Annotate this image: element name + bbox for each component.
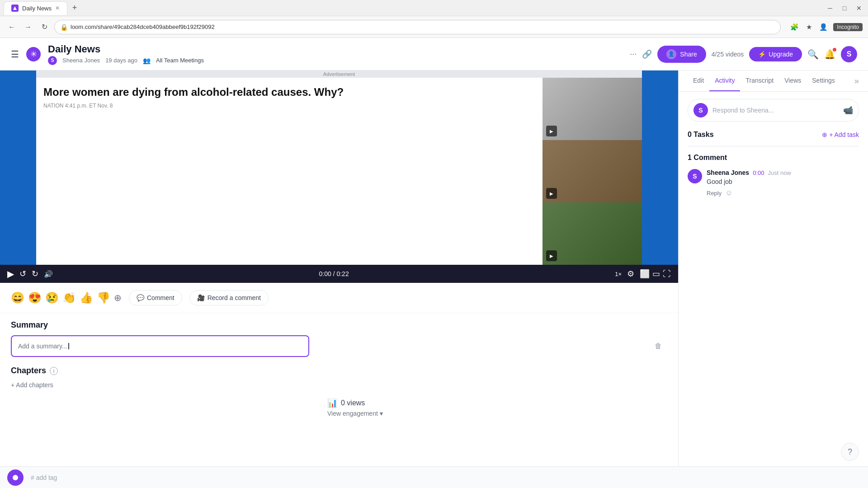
- settings-button[interactable]: ⚙: [627, 269, 634, 279]
- emoji-sad-button[interactable]: 😢: [45, 291, 59, 304]
- chapters-title: Chapters i: [11, 366, 667, 375]
- summary-input-field[interactable]: Add a summary...: [11, 335, 309, 357]
- logo-icon: ✳: [30, 49, 37, 59]
- reply-button[interactable]: Reply: [707, 190, 722, 197]
- address-bar[interactable]: 🔒 loom.com/share/49cab284dceb409abbeef9b…: [54, 20, 781, 34]
- menu-button[interactable]: ☰: [11, 49, 19, 60]
- tab-favicon: [11, 5, 19, 12]
- news-thumbnails: ▶ ▶ ▶: [542, 78, 642, 265]
- tab-views[interactable]: Views: [779, 70, 807, 91]
- add-tag-button[interactable]: # add tag: [31, 474, 57, 481]
- chapters-info-icon[interactable]: i: [50, 367, 58, 375]
- expand-panel-button[interactable]: »: [854, 70, 859, 91]
- comment-input-avatar: S: [693, 103, 708, 117]
- below-video: Summary Add a summary... 🗑 Chapters: [0, 313, 678, 424]
- commenter-name: Sheena Jones: [707, 169, 749, 176]
- video-count: 4/25 videos: [712, 51, 744, 58]
- back-button[interactable]: ←: [5, 21, 18, 33]
- share-button[interactable]: 👤 Share: [657, 46, 706, 63]
- views-section-inline: 📊 0 views View engagement ▾: [11, 398, 667, 417]
- thumbnail-3: ▶: [542, 202, 642, 265]
- divider: [688, 146, 859, 146]
- search-button[interactable]: 🔍: [807, 49, 819, 60]
- header-title-area: Daily News S Sheena Jones 19 days ago 👥 …: [48, 43, 623, 65]
- time-ago: 19 days ago: [105, 57, 137, 64]
- record-comment-button[interactable]: 🎥 Record a comment: [189, 290, 269, 305]
- active-tab[interactable]: Daily News ✕: [4, 1, 67, 15]
- tab-close-button[interactable]: ✕: [55, 5, 60, 11]
- incognito-badge: Incognito: [833, 23, 863, 31]
- emoji-love-button[interactable]: 😍: [28, 291, 42, 304]
- mini-player-button[interactable]: ⬜: [640, 269, 650, 279]
- window-maximize-button[interactable]: □: [839, 3, 850, 14]
- tab-edit[interactable]: Edit: [688, 70, 709, 91]
- help-button[interactable]: ?: [841, 443, 859, 461]
- tab-transcript[interactable]: Transcript: [740, 70, 779, 91]
- comments-label: 1 Comment: [688, 154, 859, 162]
- video-container: Advertisement More women are dying from …: [0, 70, 678, 283]
- notification-dot: [833, 48, 836, 52]
- forward-button[interactable]: ↻: [32, 269, 38, 279]
- header-actions: ··· 🔗 👤 Share 4/25 videos ⚡ Upgrade 🔍 🔔 …: [630, 46, 857, 63]
- view-engagement-button[interactable]: View engagement ▾: [327, 410, 383, 417]
- tab-activity[interactable]: Activity: [709, 70, 740, 91]
- video-comment-button[interactable]: 📹: [843, 105, 853, 115]
- add-chapters-button[interactable]: + Add chapters: [11, 381, 53, 389]
- news-content: More women are dying from alcohol-relate…: [36, 78, 642, 265]
- video-controls: ▶ ↺ ↻ 🔊 0:00 / 0:22 1× ⚙ ⬜ ▭: [0, 265, 678, 283]
- text-cursor: [68, 343, 69, 349]
- new-tab-button[interactable]: +: [69, 3, 80, 14]
- speed-button[interactable]: 1×: [615, 271, 622, 277]
- share-avatar-icon: 👤: [666, 49, 676, 59]
- team-link[interactable]: All Team Meetings: [156, 57, 204, 64]
- add-emoji-button[interactable]: ⊕: [114, 292, 122, 303]
- comment-input-placeholder: Respond to Sheena...: [712, 107, 839, 114]
- forward-button[interactable]: →: [22, 21, 34, 33]
- svg-marker-0: [13, 6, 17, 10]
- thumbnail-2: ▶: [542, 140, 642, 202]
- chevron-down-icon: ▾: [380, 410, 383, 417]
- video-center-content: Advertisement More women are dying from …: [36, 70, 642, 265]
- left-ad-banner: [0, 70, 36, 265]
- emoji-thumbsdown-button[interactable]: 👎: [97, 291, 110, 304]
- volume-button[interactable]: 🔊: [44, 270, 53, 278]
- emoji-clap-button[interactable]: 👏: [62, 291, 76, 304]
- comment-button[interactable]: 💬 Comment: [129, 290, 182, 305]
- upgrade-button[interactable]: ⚡ Upgrade: [749, 47, 802, 61]
- theater-button[interactable]: ▭: [652, 269, 660, 279]
- summary-delete-button[interactable]: 🗑: [655, 342, 662, 350]
- play-button[interactable]: ▶: [7, 268, 14, 279]
- notifications-button[interactable]: 🔔: [824, 49, 835, 60]
- plus-icon: ⊕: [822, 131, 827, 138]
- bookmark-icon[interactable]: ★: [802, 21, 815, 33]
- rewind-button[interactable]: ↺: [19, 269, 26, 279]
- tab-settings[interactable]: Settings: [807, 70, 840, 91]
- fullscreen-button[interactable]: ⛶: [663, 269, 671, 279]
- author-name: Sheena Jones: [62, 57, 100, 64]
- reply-row: Reply ☺: [707, 189, 859, 197]
- user-avatar[interactable]: S: [841, 46, 857, 62]
- tag-bar: # add tag: [0, 466, 868, 488]
- tab-title: Daily News: [22, 5, 52, 12]
- reload-button[interactable]: ↻: [38, 21, 51, 33]
- profile-icon[interactable]: 👤: [817, 21, 830, 33]
- window-minimize-button[interactable]: ─: [825, 3, 835, 14]
- views-section: 📊 0 views View engagement ▾: [327, 398, 383, 417]
- loom-record-button[interactable]: [7, 469, 24, 486]
- window-close-button[interactable]: ✕: [854, 3, 864, 14]
- reply-react-icon[interactable]: ☺: [725, 189, 732, 197]
- team-icon: 👥: [143, 57, 151, 64]
- tasks-label: 0 Tasks: [688, 131, 714, 139]
- link-copy-button[interactable]: 🔗: [642, 49, 652, 59]
- comment-time-link[interactable]: 0:00: [753, 169, 764, 176]
- add-task-button[interactable]: ⊕ + Add task: [822, 131, 859, 138]
- comment-input-row[interactable]: S Respond to Sheena... 📹: [688, 99, 859, 122]
- comment-body: Sheena Jones 0:00 Just now Good job Repl…: [707, 169, 859, 197]
- comment-time-ago: Just now: [768, 169, 791, 176]
- more-options-button[interactable]: ···: [630, 49, 637, 59]
- emoji-thumbsup-button[interactable]: 👍: [80, 291, 93, 304]
- summary-input-wrapper: Add a summary... 🗑: [11, 335, 667, 357]
- emoji-happy-button[interactable]: 😄: [11, 291, 24, 304]
- extensions-icon[interactable]: 🧩: [788, 21, 801, 33]
- reactions-bar: 😄 😍 😢 👏 👍 👎 ⊕ 💬 Comment 🎥 Record a comme…: [0, 283, 678, 313]
